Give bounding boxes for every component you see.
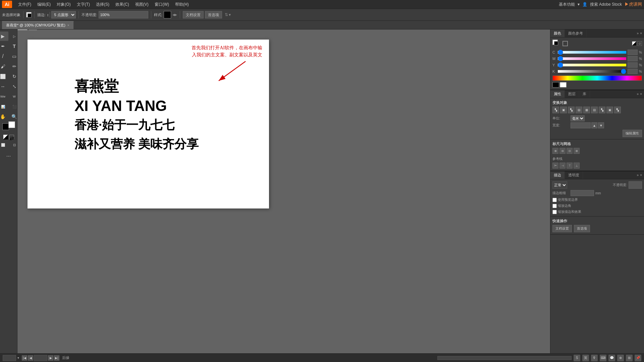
tab-color[interactable]: 颜色 <box>550 29 565 37</box>
menu-effect[interactable]: 效果(C) <box>113 1 132 8</box>
line-tool[interactable]: / <box>0 52 8 61</box>
menu-object[interactable]: 对象(O) <box>54 1 73 8</box>
panel-close[interactable]: × <box>640 32 642 35</box>
quick-pref-btn[interactable]: 首选项 <box>574 225 590 232</box>
black-swatch[interactable] <box>552 82 559 87</box>
style-swatch[interactable] <box>164 11 171 18</box>
y-slider[interactable] <box>558 64 626 66</box>
menu-help[interactable]: 帮助(H) <box>172 1 192 8</box>
background-color[interactable] <box>8 121 15 128</box>
width-down[interactable]: ▼ <box>598 122 604 128</box>
props-expand[interactable]: » <box>637 92 639 96</box>
tab-close-btn[interactable]: × <box>67 23 69 27</box>
align-mc[interactable]: ▦ <box>583 107 590 113</box>
page-input[interactable]: 1 <box>34 355 47 361</box>
align-br[interactable]: ▚ <box>614 107 621 113</box>
tab-layers[interactable]: 图层 <box>565 90 579 98</box>
align-bl[interactable]: ▚ <box>599 107 605 113</box>
menu-file[interactable]: 文件(F) <box>15 1 34 8</box>
tab-properties[interactable]: 属性 <box>550 90 565 98</box>
grid-icon-1[interactable]: ⊞ <box>552 148 558 154</box>
c-slider[interactable] <box>558 51 626 54</box>
none-color-icon[interactable]: ∅ <box>637 41 642 46</box>
preferences-btn[interactable]: 首选项 <box>205 11 222 18</box>
props-close[interactable]: × <box>640 92 642 96</box>
canvas-area[interactable]: 首先我们打开AI软件，在画布中输 入我们的主文案、副文案以及英文 喜燕堂 XI … <box>17 29 550 353</box>
ref-icon-1[interactable]: ⊢ <box>552 163 558 169</box>
user-icon[interactable]: 👤 <box>582 2 587 7</box>
sys-icon-8[interactable]: 📌 <box>635 355 641 361</box>
menu-text[interactable]: 文字(T) <box>74 1 93 8</box>
stroke-color-fg[interactable] <box>26 12 32 17</box>
swap-colors-btn[interactable]: ⇄ <box>9 135 14 139</box>
sys-icon-2[interactable]: 英 <box>582 355 589 361</box>
page-last[interactable]: ▶| <box>54 355 59 361</box>
sys-icon-1[interactable]: S <box>574 355 580 361</box>
k-value[interactable]: 100 <box>628 69 638 74</box>
sys-icon-4[interactable]: ⌨ <box>600 355 606 361</box>
sys-icon-5[interactable]: 💬 <box>608 355 615 361</box>
menu-view[interactable]: 视图(V) <box>132 1 151 8</box>
hand-tool[interactable]: ✋ <box>0 112 8 121</box>
swatch-white[interactable] <box>17 29 28 30</box>
menu-edit[interactable]: 编辑(E) <box>35 1 53 8</box>
color-spectrum[interactable] <box>552 75 642 81</box>
m-slider[interactable] <box>558 57 626 60</box>
active-tab[interactable]: 喜燕堂* @ 100% (CMYK/GPU 预览) × <box>2 21 74 29</box>
color-mode-fg[interactable] <box>552 40 560 48</box>
sys-icon-7[interactable]: ⊞ <box>626 355 633 361</box>
align-mr[interactable]: ▤ <box>591 107 598 113</box>
zoom-input[interactable]: 100% <box>3 355 16 361</box>
align-tl[interactable]: ▚ <box>552 107 559 113</box>
doc-settings-btn[interactable]: 文档设置 <box>183 11 204 18</box>
swatch-gray[interactable] <box>29 29 37 30</box>
align-bc[interactable]: ▣ <box>606 107 613 113</box>
ref-icon-2[interactable]: ⊣ <box>559 163 566 169</box>
k-slider[interactable] <box>558 70 626 73</box>
sys-icon-3[interactable]: 🎙 <box>591 355 598 361</box>
width-input[interactable]: 1 <box>571 122 591 128</box>
ref-icon-3[interactable]: ⊤ <box>567 163 573 169</box>
width-up[interactable]: ▲ <box>591 122 597 128</box>
quick-doc-btn[interactable]: 文档设置 <box>552 225 572 232</box>
more-tools-btn[interactable]: ··· <box>3 152 14 161</box>
eraser-tool[interactable]: ⬜ <box>0 72 8 81</box>
grid-icon-3[interactable]: ⊡ <box>567 148 573 154</box>
menu-dropdown-icon[interactable]: ▾ <box>578 2 580 7</box>
color-reset-btn[interactable] <box>3 135 8 139</box>
tab-color-ref[interactable]: 颜色参考 <box>565 29 587 37</box>
page-prev[interactable]: ◀ <box>28 355 33 361</box>
color-mode-stroke[interactable] <box>562 41 568 46</box>
y-value[interactable]: 0 <box>628 62 638 68</box>
blend-mode-select[interactable]: 正常 <box>552 181 567 189</box>
m-value[interactable]: 0 <box>628 56 638 61</box>
preview-border-check[interactable]: 使用预览边界 <box>552 197 578 202</box>
opacity-value[interactable]: 100% <box>629 181 642 189</box>
paintbrush-tool[interactable]: 🖌 <box>0 62 8 71</box>
scale-dash-check[interactable]: 缩放描边和效果 <box>552 209 581 214</box>
menu-select[interactable]: 选择(S) <box>93 1 112 8</box>
align-tc[interactable]: ▣ <box>560 107 567 113</box>
ref-icon-4[interactable]: ⊥ <box>574 163 580 169</box>
select-tool[interactable]: ▶ <box>0 32 8 41</box>
unit-select[interactable]: 毫米 <box>571 115 585 121</box>
menu-window[interactable]: 窗口(W) <box>152 1 172 8</box>
align-ml[interactable]: ▤ <box>576 107 582 113</box>
stroke-width-input[interactable]: 0.3528 <box>571 190 594 196</box>
align-tr[interactable]: ▚ <box>568 107 575 113</box>
reflect-tool[interactable]: ↔ <box>0 82 8 91</box>
foreground-color[interactable] <box>2 123 9 130</box>
stroke-type-select[interactable]: 5 点圆形 <box>51 11 76 18</box>
grid-icon-2[interactable]: ⊟ <box>559 148 566 154</box>
adobe-stock-link[interactable]: 搜索 Adobe Stock <box>590 2 622 7</box>
tab-transparency[interactable]: 透明度 <box>565 171 583 179</box>
scale-corner-check[interactable]: 缩放边角 <box>552 203 571 208</box>
tab-stroke[interactable]: 描边 <box>550 171 565 179</box>
pen-tool[interactable]: ✒ <box>0 42 8 51</box>
color-reset-icon[interactable] <box>632 41 637 46</box>
edit-props-btn[interactable]: 编辑属性 <box>623 130 642 137</box>
page-first[interactable]: |◀ <box>22 355 27 361</box>
warp-tool[interactable]: Ww <box>0 92 8 101</box>
stroke-close[interactable]: × <box>640 173 642 177</box>
page-next[interactable]: ▶ <box>48 355 53 361</box>
